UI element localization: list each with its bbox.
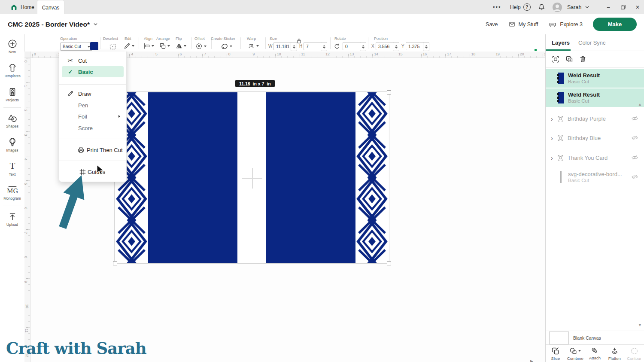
sidebar-item-label: Images: [6, 148, 18, 152]
warp-button[interactable]: [247, 43, 259, 49]
sidebar-item-monogram[interactable]: MGMonogram: [0, 181, 24, 205]
selection-handle-bottom-left[interactable]: [113, 261, 117, 265]
visibility-hidden-icon[interactable]: [632, 135, 638, 140]
y-stepper[interactable]: [423, 42, 429, 51]
duplicate-icon[interactable]: [565, 55, 573, 63]
y-input[interactable]: 1.375: [406, 42, 425, 50]
attach-button[interactable]: Attach: [585, 345, 605, 362]
operation-value: Basic Cut: [63, 44, 81, 49]
width-stepper[interactable]: [291, 42, 297, 51]
menu-item-label: Foil: [78, 113, 87, 120]
select-all-icon[interactable]: [552, 55, 559, 63]
layer-name: Birthday Purple: [568, 116, 606, 122]
help-button[interactable]: Help ?: [510, 0, 531, 14]
ruler-number: 10: [25, 304, 29, 308]
visibility-hidden-icon[interactable]: [632, 116, 638, 121]
operation-select[interactable]: Basic Cut: [60, 43, 92, 51]
tab-color-sync[interactable]: Color Sync: [578, 34, 606, 51]
sidebar-item-templates[interactable]: Templates: [0, 58, 24, 82]
slice-button[interactable]: Slice: [546, 345, 565, 362]
x-input[interactable]: 3.556: [376, 42, 395, 50]
layer-row[interactable]: ›Birthday Purple: [546, 109, 644, 128]
explore-machine-button[interactable]: Explore 3: [548, 21, 583, 28]
restore-button[interactable]: [617, 0, 629, 14]
trash-icon[interactable]: [579, 55, 586, 63]
user-menu[interactable]: Sarah: [567, 0, 589, 14]
offset-button[interactable]: [195, 43, 207, 50]
layer-row[interactable]: Weld ResultBasic Cut: [546, 88, 644, 107]
close-button[interactable]: ✕: [632, 0, 643, 14]
align-button[interactable]: [143, 43, 154, 49]
help-label: Help: [510, 4, 521, 10]
expand-chevron-icon[interactable]: ›: [551, 115, 553, 122]
width-input[interactable]: 11.181: [273, 42, 293, 50]
height-stepper[interactable]: [321, 42, 327, 51]
divider: [3, 107, 21, 108]
sidebar-item-upload[interactable]: Upload: [0, 207, 24, 231]
x-stepper[interactable]: [393, 42, 399, 51]
rotate-input[interactable]: 0: [343, 42, 362, 50]
make-button[interactable]: Make: [593, 18, 637, 31]
rotate-stepper[interactable]: [360, 42, 366, 51]
sidebar-item-text[interactable]: TText: [0, 157, 24, 181]
arrange-icon: [159, 43, 166, 49]
lock-icon[interactable]: [297, 38, 301, 44]
layer-row[interactable]: svg-decorative-bord...Basic Cut: [546, 167, 644, 186]
layer-row[interactable]: ›Thank You Card: [546, 148, 644, 167]
menu-item-print-then-cut[interactable]: Print Then Cut: [59, 144, 126, 155]
menu-item-basic[interactable]: ✓Basic: [62, 66, 124, 77]
expand-chevron-icon[interactable]: ›: [551, 134, 553, 142]
annotation-arrow: [55, 172, 94, 232]
visibility-hidden-icon[interactable]: [632, 174, 638, 179]
expand-chevron-icon[interactable]: ›: [551, 154, 553, 161]
rotate-button[interactable]: [334, 43, 340, 50]
my-stuff-button[interactable]: My Stuff: [508, 21, 538, 27]
minimize-button[interactable]: –: [603, 0, 614, 14]
projects-icon: [8, 87, 17, 97]
layer-row[interactable]: Weld ResultBasic Cut: [546, 69, 644, 88]
more-options-button[interactable]: •••: [493, 0, 501, 14]
menu-item-cut[interactable]: ✂Cut: [59, 55, 126, 66]
group-icon: [557, 155, 564, 161]
selection-handle-top-right[interactable]: [387, 90, 391, 94]
edit-button[interactable]: [124, 43, 134, 49]
sidebar-item-new[interactable]: New: [0, 34, 24, 58]
ruler-number: 11: [24, 329, 29, 333]
scroll-up-arrow[interactable]: ▲: [638, 102, 642, 106]
menu-item-score[interactable]: Score: [59, 122, 126, 134]
flatten-button[interactable]: Flatten: [605, 345, 624, 362]
project-title-menu[interactable]: CMC 2025 - Border Video*: [8, 14, 98, 34]
arrange-button[interactable]: [159, 43, 170, 49]
layer-row[interactable]: ›Birthday Blue: [546, 128, 644, 147]
align-icon: [143, 43, 150, 49]
create-sticker-button[interactable]: [221, 43, 232, 50]
ruler-number: 4: [24, 158, 28, 161]
avatar[interactable]: [552, 0, 562, 14]
menu-item-pen[interactable]: Pen: [59, 100, 126, 111]
height-input[interactable]: 7: [304, 42, 323, 50]
tab-home[interactable]: Home: [6, 0, 39, 14]
layer-name: Weld Result: [568, 91, 600, 98]
menu-item-draw[interactable]: Draw: [59, 88, 126, 99]
scroll-down-arrow[interactable]: ▼: [638, 323, 642, 327]
deselect-button[interactable]: [109, 43, 116, 50]
flip-button[interactable]: [176, 43, 186, 49]
ruler-number: 2: [24, 110, 28, 112]
tab-layers[interactable]: Layers: [552, 34, 570, 51]
menu-divider: [59, 161, 126, 161]
notifications-button[interactable]: [538, 0, 545, 14]
sidebar-item-projects[interactable]: Projects: [0, 82, 24, 106]
combine-button[interactable]: Combine: [565, 345, 585, 362]
color-swatch[interactable]: [90, 42, 98, 50]
scroll-right-arrow[interactable]: ▶: [530, 359, 533, 362]
selection-handle-bottom-right[interactable]: [387, 261, 391, 265]
visibility-hidden-icon[interactable]: [632, 155, 638, 160]
sidebar-item-images[interactable]: Images: [0, 133, 24, 157]
chevron-down-icon: [585, 5, 589, 9]
tab-canvas[interactable]: Canvas: [37, 0, 64, 15]
save-button[interactable]: Save: [486, 21, 498, 27]
blank-canvas-row[interactable]: Blank Canvas: [546, 331, 644, 345]
menu-item-foil[interactable]: Foil: [59, 111, 126, 122]
sidebar-item-shapes[interactable]: Shapes: [0, 109, 24, 133]
bell-icon: [538, 3, 545, 11]
